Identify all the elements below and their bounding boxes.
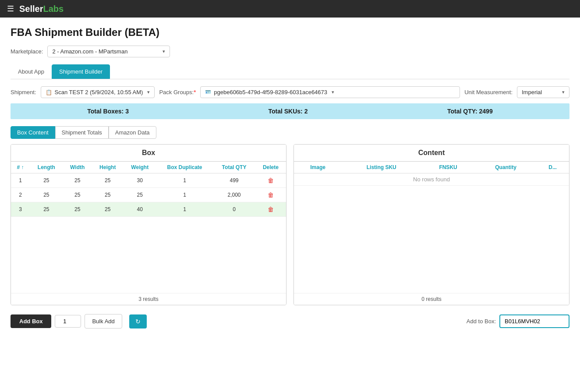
marketplace-value: 2 - Amazon.com - MPartsman [52,48,127,55]
marketplace-label: Marketplace: [11,48,43,55]
pack-groups-chevron-icon: ▾ [332,89,334,95]
totals-bar: Total Boxes: 3 Total SKUs: 2 Total QTY: … [11,103,569,119]
total-skus: Total SKUs: 2 [268,108,308,115]
cell-box-duplicate: 1 [156,188,213,202]
col-total-qty[interactable]: Total QTY [213,162,255,173]
sub-tab-shipment-totals[interactable]: Shipment Totals [55,126,109,139]
pack-groups-value: pgebe606b5-479d-4f59-8289-6031ace64673 [214,89,327,95]
content-results: 0 results [294,293,569,305]
table-row[interactable]: 3 25 25 25 40 1 0 🗑 [11,202,286,217]
sub-tab-box-content[interactable]: Box Content [11,126,55,139]
calendar-icon: 📋 [46,89,52,95]
cell-total-qty: 0 [213,202,255,217]
tab-shipment-builder[interactable]: Shipment Builder [52,64,110,79]
col-listing-sku[interactable]: Listing SKU [342,162,421,173]
cell-length: 25 [30,188,63,202]
unit-measurement-select[interactable]: Imperial ▾ [517,86,569,98]
box-panel: Box # ↑ Length Width Height Weight Box D… [11,144,286,305]
top-navigation: ☰ Seller Labs [0,0,580,18]
unit-measurement-label: Unit Measurement: [464,89,513,95]
shipment-chevron-icon: ▾ [147,89,150,95]
col-width[interactable]: Width [63,162,92,173]
cell-height: 25 [92,202,124,217]
bottom-toolbar: Add Box Bulk Add ↻ Add to Box: [11,309,569,328]
brand-seller-text: Seller [19,4,43,14]
sub-tab-amazon-data[interactable]: Amazon Data [109,126,156,139]
col-quantity[interactable]: Quantity [475,162,536,173]
panels: Box # ↑ Length Width Height Weight Box D… [11,144,569,305]
total-qty: Total QTY: 2499 [447,108,493,115]
cell-box-duplicate: 1 [156,202,213,217]
main-tabs: About App Shipment Builder [11,64,569,79]
delete-button[interactable]: 🗑 [266,191,276,199]
add-to-box-input[interactable] [499,314,569,328]
total-boxes: Total Boxes: 3 [87,108,129,115]
pack-groups-asterisk: * [194,89,196,95]
shipment-label: Shipment: [11,89,36,95]
shipment-select[interactable]: 📋 Scan TEST 2 (5/9/2024, 10:55 AM) ▾ [41,86,155,98]
refresh-button[interactable]: ↻ [129,314,147,328]
col-d[interactable]: D... [536,162,569,173]
unit-value: Imperial [522,89,542,95]
brand-labs-text: Labs [43,4,64,14]
unit-chevron-icon: ▾ [562,89,565,95]
quantity-input[interactable] [55,315,81,328]
page-title: FBA Shipment Builder (BETA) [11,26,569,39]
cell-num: 2 [11,188,30,202]
col-weight[interactable]: Weight [124,162,156,173]
cell-total-qty: 2,000 [213,188,255,202]
bulk-add-button[interactable]: Bulk Add [85,314,122,328]
cell-length: 25 [30,173,63,188]
content-table-wrap: Image Listing SKU FNSKU Quantity D... No… [294,162,569,293]
col-length[interactable]: Length [30,162,63,173]
cell-height: 25 [92,188,124,202]
add-box-button[interactable]: Add Box [11,314,51,328]
cell-num: 3 [11,202,30,217]
add-to-box-label: Add to Box: [467,318,496,325]
right-toolbar: Add to Box: [467,314,569,328]
box-panel-title: Box [11,145,286,162]
cell-height: 25 [92,173,124,188]
box-results: 3 results [11,293,286,305]
cell-width: 25 [63,173,92,188]
pack-groups-label: Pack Groups:* [159,89,196,95]
cell-total-qty: 499 [213,173,255,188]
col-num[interactable]: # ↑ [11,162,30,173]
cell-width: 25 [63,202,92,217]
col-box-duplicate[interactable]: Box Duplicate [156,162,213,173]
cell-width: 25 [63,188,92,202]
cell-box-duplicate: 1 [156,173,213,188]
cell-num: 1 [11,173,30,188]
no-rows-message: No rows found [294,173,569,186]
table-row[interactable]: 2 25 25 25 25 1 2,000 🗑 [11,188,286,202]
tab-about-app[interactable]: About App [11,64,52,79]
col-image: Image [294,162,342,173]
delete-button[interactable]: 🗑 [266,176,276,185]
hamburger-icon[interactable]: ☰ [7,4,14,14]
marketplace-select[interactable]: 2 - Amazon.com - MPartsman ▾ [47,46,170,57]
id-icon: 🪪 [205,89,211,95]
content-panel: Content Image Listing SKU FNSKU Quantity… [294,144,569,305]
box-table-wrap[interactable]: # ↑ Length Width Height Weight Box Dupli… [11,162,286,293]
content-panel-title: Content [294,145,569,162]
cell-weight: 30 [124,173,156,188]
shipment-row: Shipment: 📋 Scan TEST 2 (5/9/2024, 10:55… [11,86,569,98]
box-table: # ↑ Length Width Height Weight Box Dupli… [11,162,286,217]
content-table: Image Listing SKU FNSKU Quantity D... No… [294,162,569,186]
shipment-value: Scan TEST 2 (5/9/2024, 10:55 AM) [55,89,143,95]
marketplace-chevron-icon: ▾ [163,49,165,54]
col-fnsku[interactable]: FNSKU [421,162,475,173]
col-height[interactable]: Height [92,162,124,173]
cell-weight: 25 [124,188,156,202]
marketplace-row: Marketplace: 2 - Amazon.com - MPartsman … [11,46,569,57]
table-row[interactable]: 1 25 25 25 30 1 499 🗑 [11,173,286,188]
main-content: FBA Shipment Builder (BETA) Marketplace:… [0,18,580,392]
brand-logo: Seller Labs [19,4,64,14]
delete-button[interactable]: 🗑 [266,205,276,214]
cell-weight: 40 [124,202,156,217]
pack-groups-select[interactable]: 🪪 pgebe606b5-479d-4f59-8289-6031ace64673… [200,86,460,98]
col-delete: Delete [255,162,286,173]
cell-length: 25 [30,202,63,217]
sub-tabs: Box Content Shipment Totals Amazon Data [11,126,569,139]
